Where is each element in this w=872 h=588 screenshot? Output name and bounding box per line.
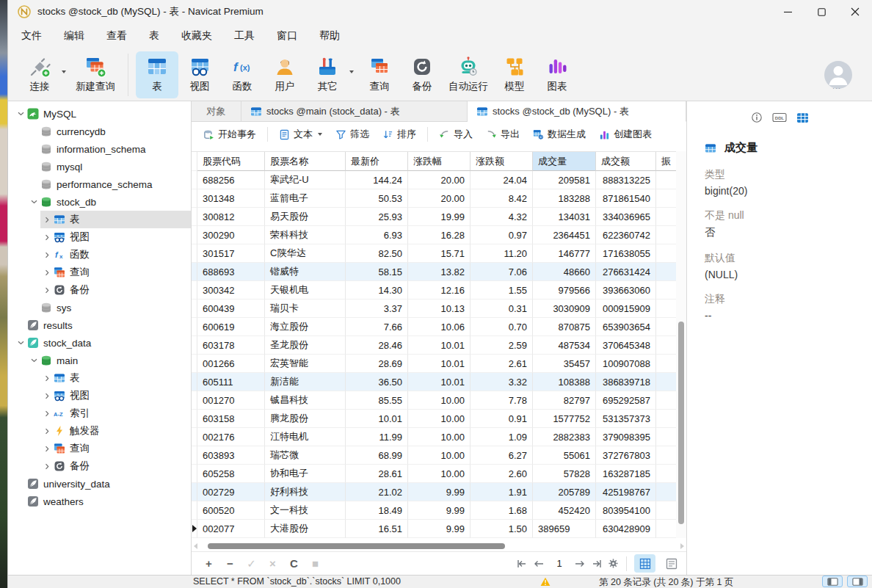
grid-cell[interactable]: 82797 xyxy=(533,391,596,410)
grid-cell[interactable]: 2882383 xyxy=(533,428,596,446)
toggle-right-panel-button[interactable] xyxy=(847,576,868,587)
tab-stocks @stock_db (MySQL) - 表[interactable]: stocks @stock_db (MySQL) - 表 xyxy=(468,101,686,122)
delete-record-button[interactable]: − xyxy=(219,557,241,570)
grid-cell[interactable]: 3.32 xyxy=(470,373,533,391)
grid-cell[interactable]: 1.91 xyxy=(470,483,533,501)
toolbar-button-table-lg[interactable]: 表 xyxy=(136,51,178,98)
table-row[interactable]: 605258协和电子28.6110.002.6057828163287185 xyxy=(192,465,677,483)
chevron-right-icon[interactable] xyxy=(40,375,54,382)
grid-cell[interactable]: 16.51 xyxy=(346,520,408,538)
grid-cell[interactable]: 183288 xyxy=(533,189,596,208)
page-number-input[interactable]: 1 xyxy=(550,556,569,572)
grid-cell[interactable]: 0.97 xyxy=(470,226,533,244)
grid-cell[interactable] xyxy=(656,410,677,428)
table-row[interactable]: 301348蓝箭电子50.5320.008.42183288871861540 xyxy=(192,189,677,208)
column-header-股票名称[interactable]: 股票名称 xyxy=(265,152,346,171)
grid-cell[interactable] xyxy=(656,428,677,446)
grid-cell[interactable]: 630428909 xyxy=(596,520,656,538)
grid-cell[interactable]: 20.00 xyxy=(408,171,470,189)
grid-cell[interactable]: 600619 xyxy=(197,318,265,336)
menu-编辑[interactable]: 编辑 xyxy=(64,29,84,43)
grid-cell[interactable]: 688256 xyxy=(197,171,265,189)
tree-item-body[interactable]: performance_schema xyxy=(27,175,191,193)
grid-cell[interactable]: 100907088 xyxy=(596,355,656,373)
tree-item-weathers[interactable]: weathers xyxy=(8,493,191,510)
vertical-scrollbar-thumb[interactable] xyxy=(678,322,684,524)
maximize-button[interactable] xyxy=(804,0,838,23)
grid-cell[interactable]: 瑞芯微 xyxy=(265,446,346,465)
grid-cell[interactable]: 12.16 xyxy=(408,281,470,300)
tree-item-body[interactable]: information_schema xyxy=(27,140,191,158)
grid-cell[interactable]: 531357373 xyxy=(596,410,656,428)
grid-cell[interactable]: 205789 xyxy=(533,483,596,501)
tree-item-触发器[interactable]: 触发器 xyxy=(8,422,191,440)
tree-item-body[interactable]: 备份 xyxy=(40,281,191,299)
warning-icon[interactable] xyxy=(540,577,551,587)
grid-cell[interactable] xyxy=(656,171,677,189)
grid-cell[interactable]: 622360742 xyxy=(596,226,656,244)
grid-cell[interactable]: 57828 xyxy=(533,465,596,483)
grid-cell[interactable]: 10.01 xyxy=(408,336,470,355)
menu-表[interactable]: 表 xyxy=(149,29,159,43)
grid-cell[interactable]: 301517 xyxy=(197,244,265,263)
minimize-button[interactable] xyxy=(771,0,804,23)
chevron-right-icon[interactable] xyxy=(40,393,54,399)
grid-cell[interactable]: 55061 xyxy=(533,446,596,465)
tree-item-stock_db[interactable]: stock_db xyxy=(8,193,191,211)
grid-cell[interactable]: 21.02 xyxy=(346,483,408,501)
grid-cell[interactable]: 7.66 xyxy=(346,318,408,336)
tree-item-body[interactable]: 表 xyxy=(40,211,191,228)
tree-item-body[interactable]: fx函数 xyxy=(40,246,191,264)
grid-cell[interactable] xyxy=(656,446,677,465)
grid-cell[interactable]: 10.00 xyxy=(408,391,470,410)
next-page-button-icon[interactable] xyxy=(574,559,586,568)
grid-cell[interactable]: 6.27 xyxy=(470,446,533,465)
tree-item-body[interactable]: main xyxy=(27,352,191,369)
grid-cell[interactable]: 0.91 xyxy=(470,410,533,428)
table-row[interactable]: 001266宏英智能28.6910.012.6135457100907088 xyxy=(192,355,677,373)
grid-cell[interactable]: 蓝箭电子 xyxy=(265,189,346,208)
horizontal-scrollbar[interactable] xyxy=(192,541,686,551)
grid-cell[interactable]: 锴威特 xyxy=(265,263,346,281)
table-toolbar-import-button[interactable]: 导入 xyxy=(433,125,479,144)
grid-cell[interactable]: 14.30 xyxy=(346,281,408,300)
grid-cell[interactable]: 24.04 xyxy=(470,171,533,189)
add-record-button[interactable]: + xyxy=(198,557,219,570)
discard-changes-button[interactable]: × xyxy=(262,557,283,570)
grid-cell[interactable]: 2364451 xyxy=(533,226,596,244)
grid-cell[interactable]: 10.13 xyxy=(408,300,470,318)
grid-cell[interactable]: 2.59 xyxy=(470,336,533,355)
toolbar-button-model-lg[interactable]: 模型 xyxy=(493,51,536,98)
dropdown-caret-icon[interactable] xyxy=(349,70,354,73)
table-toolbar-data-generation-button[interactable]: 数据生成 xyxy=(527,125,592,144)
tree-item-performance_schema[interactable]: performance_schema xyxy=(8,175,191,193)
grid-cell[interactable]: 386839718 xyxy=(596,373,656,391)
tree-item-函数[interactable]: fx函数 xyxy=(8,246,191,264)
table-toolbar-sort-button[interactable]: 排序 xyxy=(377,125,422,144)
tree-item-body[interactable]: 视图 xyxy=(40,387,191,404)
grid-cell[interactable]: 001270 xyxy=(197,391,265,410)
grid-cell[interactable]: 10.01 xyxy=(408,355,470,373)
grid-cell[interactable]: 58.15 xyxy=(346,263,408,281)
grid-cell[interactable]: 134031 xyxy=(533,208,596,226)
table-toolbar-create-chart-button[interactable]: 创建图表 xyxy=(593,125,658,144)
table-row[interactable]: 603893瑞芯微68.9910.006.2755061372767803 xyxy=(192,446,677,465)
table-toolbar-transaction-button[interactable]: 开始事务 xyxy=(197,125,262,144)
grid-cell[interactable]: 11.20 xyxy=(470,244,533,263)
grid-cell[interactable]: 10.00 xyxy=(408,410,470,428)
chevron-right-icon[interactable] xyxy=(40,252,54,258)
grid-cell[interactable]: 979566 xyxy=(533,281,596,300)
toolbar-button-backup-lg[interactable]: 备份 xyxy=(401,51,443,98)
tree-item-body[interactable]: currencydb xyxy=(27,123,191,140)
toolbar-button-new-query[interactable]: 新建查询 xyxy=(70,51,120,98)
grid-cell[interactable] xyxy=(656,208,677,226)
scroll-left-icon[interactable] xyxy=(194,543,197,549)
grid-cell[interactable]: 334036965 xyxy=(596,208,656,226)
grid-cell[interactable]: 荣科科技 xyxy=(265,226,346,244)
stop-button[interactable]: ■ xyxy=(305,557,326,570)
grid-cell[interactable]: 603158 xyxy=(197,410,265,428)
grid-cell[interactable]: 36.50 xyxy=(346,373,408,391)
info-tab-button[interactable] xyxy=(751,112,763,123)
tree-item-备份[interactable]: 备份 xyxy=(8,457,191,475)
grid-cell[interactable]: 425198767 xyxy=(596,483,656,501)
